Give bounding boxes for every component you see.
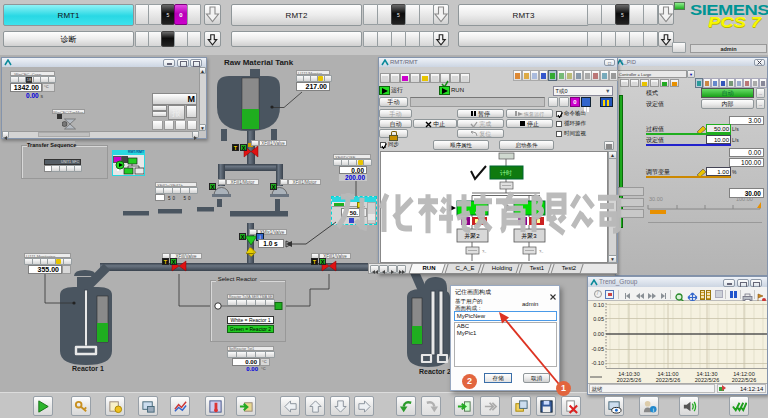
svg-text:-0.10: -0.10 [591,360,604,366]
svg-text:?..: ?.. [539,249,543,254]
svg-text:i: i [652,406,653,412]
svg-text:0.10: 0.10 [593,302,604,308]
svg-text:-0.05: -0.05 [591,346,604,352]
svg-text:0.05: 0.05 [593,316,604,322]
svg-text:0.00: 0.00 [593,331,604,337]
svg-text:计时: 计时 [500,170,512,176]
svg-text:?..: ?.. [482,249,486,254]
